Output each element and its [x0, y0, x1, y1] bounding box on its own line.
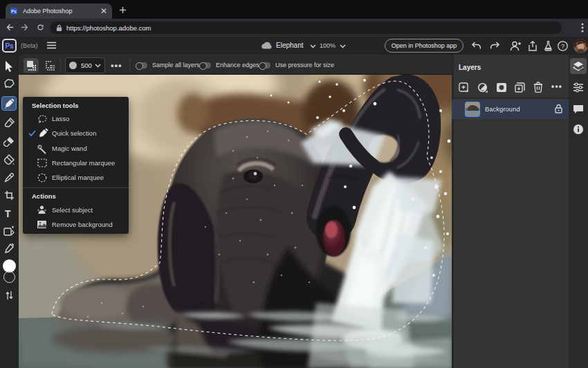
svg-text:?: ? — [561, 43, 564, 50]
